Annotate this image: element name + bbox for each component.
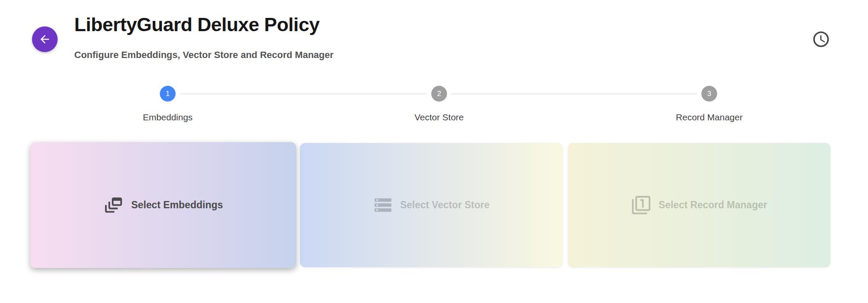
select-embeddings-card[interactable]: Select Embeddings (30, 142, 296, 268)
card-label: Select Record Manager (658, 199, 767, 211)
select-vector-store-card: Select Vector Store (300, 143, 562, 267)
card-label: Select Vector Store (400, 199, 490, 211)
stepper-connector (451, 93, 697, 94)
storage-icon (373, 195, 393, 215)
step-label-record-manager: Record Manager (676, 112, 743, 122)
back-button[interactable] (32, 26, 58, 52)
step-number: 1 (166, 90, 169, 98)
clock-icon (812, 30, 831, 49)
arrow-left-icon (38, 33, 51, 46)
card-label: Select Embeddings (131, 199, 223, 211)
history-button[interactable] (812, 29, 831, 49)
selection-cards-row: Select Embeddings Select Vector Store Se… (32, 143, 830, 267)
step-indicator-embeddings: 1 (160, 86, 176, 102)
page-title: LibertyGuard Deluxe Policy (74, 14, 320, 36)
step-indicator-vector-store: 2 (431, 86, 447, 102)
stepper: 1 2 3 Embeddings Vector Store Record Man… (32, 86, 830, 126)
step-number: 3 (707, 90, 711, 98)
step-indicator-record-manager: 3 (702, 86, 717, 102)
step-label-vector-store: Vector Store (414, 112, 464, 122)
dynamic-feed-icon (104, 195, 124, 216)
step-number: 2 (437, 90, 441, 98)
filter-1-icon (631, 195, 651, 215)
page-subtitle: Configure Embeddings, Vector Store and R… (74, 50, 334, 61)
stepper-connector (180, 93, 427, 94)
select-record-manager-card: Select Record Manager (568, 143, 830, 267)
step-label-embeddings: Embeddings (143, 112, 193, 122)
